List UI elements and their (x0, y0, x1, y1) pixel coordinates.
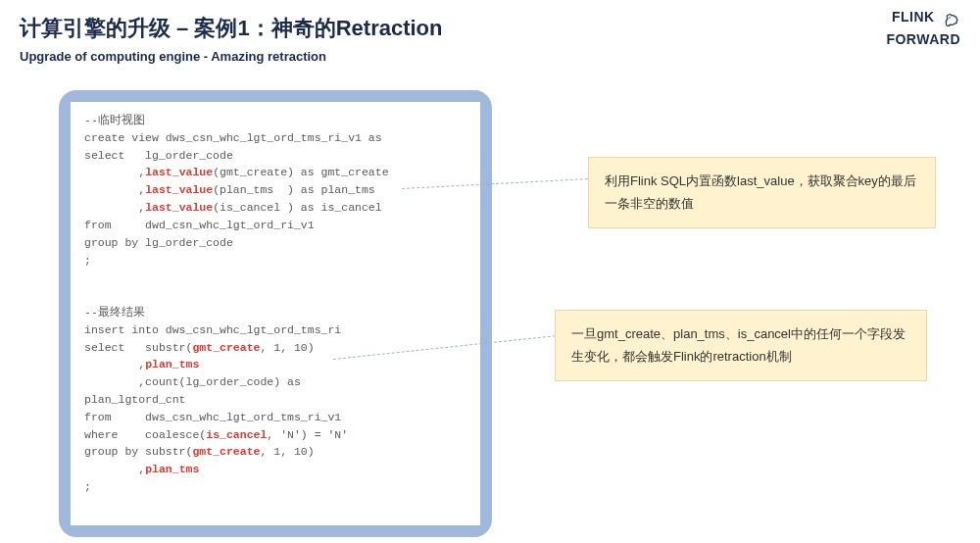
slide-title: 计算引擎的升级 – 案例1：神奇的Retraction (20, 14, 960, 43)
code-panel: --临时视图 create view dws_csn_whc_lgt_ord_t… (59, 90, 492, 537)
svg-point-0 (949, 17, 951, 19)
sql-code-block: --临时视图 create view dws_csn_whc_lgt_ord_t… (71, 102, 480, 525)
flink-forward-logo: FLINK FORWARD (886, 10, 960, 48)
callout-note-2: 一旦gmt_create、plan_tms、is_cancel中的任何一个字段发… (555, 310, 927, 381)
callout-note-1: 利用Flink SQL内置函数last_value，获取聚合key的最后一条非空… (588, 157, 936, 228)
slide-header: 计算引擎的升级 – 案例1：神奇的Retraction Upgrade of c… (20, 14, 960, 64)
slide-subtitle: Upgrade of computing engine - Amazing re… (20, 49, 960, 64)
squirrel-icon (941, 10, 960, 32)
logo-line1: FLINK (892, 9, 935, 25)
logo-line2: FORWARD (886, 32, 960, 47)
